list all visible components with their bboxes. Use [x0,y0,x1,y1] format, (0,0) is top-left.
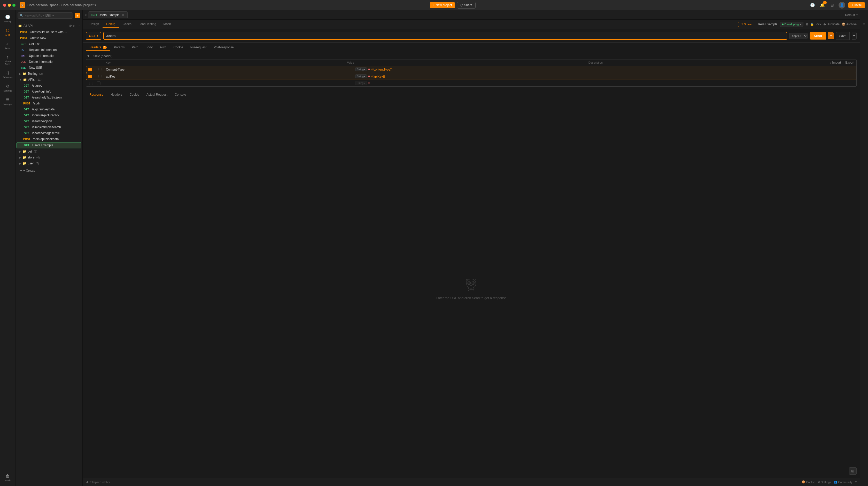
protocol-select[interactable]: http/1.1 [789,33,808,39]
close-button[interactable] [3,4,6,7]
list-item[interactable]: GET /simple/simplesearch [17,124,82,130]
tab-design[interactable]: Design [86,21,102,28]
row-checkbox[interactable]: ✓ [88,68,92,72]
folder-store[interactable]: ▶ 📁 store (4) [17,154,82,160]
collapse-sidebar-button[interactable]: ◀ Collapse Sidebar [86,480,110,484]
section-action-sync[interactable]: ⟳ [69,24,72,28]
tab-body[interactable]: Body [142,44,156,51]
url-input[interactable] [103,32,787,40]
public-header-toggle[interactable]: ▼ Public (header) [86,53,857,59]
tab-debug[interactable]: Debug [102,21,119,28]
share-api-button[interactable]: ⬆ Share [738,22,754,27]
method-selector[interactable]: GET ▾ [86,32,101,40]
list-item[interactable]: GET /search/dyTabStr.json [17,95,82,100]
section-action-more[interactable]: ⋯ [76,24,80,28]
list-item[interactable]: GET /aigc/surveydata [17,107,82,112]
tab-response-headers[interactable]: Headers [107,91,126,98]
layout-button[interactable]: ⊞ [829,2,835,8]
type-selector[interactable]: String ▾ [355,75,367,78]
sidebar-item-apis[interactable]: ⬡ APIs [1,26,14,38]
tab-cookie[interactable]: Cookie [170,44,187,51]
drag-handle[interactable]: ⋮⋮ [97,68,105,72]
list-item[interactable]: GET /counter/pictureclick [17,112,82,118]
env-selector[interactable]: Developing ▾ [780,22,803,27]
sidebar-item-history[interactable]: 🕐 History [1,12,14,25]
list-item[interactable]: POST Creates list of users with ... [17,29,82,35]
cookie-button[interactable]: 🍪 Cookie [802,480,815,484]
folder-apis[interactable]: ▼ 📁 APIs (11) [17,77,82,83]
maximize-button[interactable] [12,4,16,7]
value-field[interactable]: {{apiKey}} [371,75,385,78]
clock-icon-button[interactable]: 🕐 [809,2,816,8]
type-selector[interactable]: String ▾ [355,81,367,85]
add-button[interactable]: + [75,13,80,18]
tab-path[interactable]: Path [128,44,142,51]
invite-button[interactable]: + Invite [848,2,865,8]
tab-nav-forward[interactable]: › [86,13,87,17]
row-checkbox-empty[interactable] [97,81,100,85]
archive-button[interactable]: 📦 Archive [842,23,857,26]
sidebar-item-trash[interactable]: 🗑 Trash [1,472,14,484]
sidebar-item-tests[interactable]: ✓ Tests [1,39,14,52]
list-item[interactable]: SSE New SSE [17,65,82,70]
key-field[interactable]: apiKey [106,75,354,78]
list-item[interactable]: POST /abdr [17,101,82,106]
tab-pre-request[interactable]: Pre-request [187,44,210,51]
avatar[interactable]: 👤 [839,2,845,8]
row-checkbox[interactable]: ✓ [88,75,92,78]
tab-mock[interactable]: Mock [160,21,175,28]
tab-auth[interactable]: Auth [156,44,170,51]
tab-nav-back[interactable]: ‹ [85,13,86,17]
folder-user[interactable]: ▶ 📁 user (7) [17,161,82,166]
community-button[interactable]: 👥 Community [834,480,852,484]
tab-users-example[interactable]: GET Users Example ✕ [88,11,128,18]
list-item[interactable]: POST Create New [17,35,82,41]
columns-button[interactable]: ⊞ [805,23,808,26]
send-caret-button[interactable]: ▾ [828,32,834,39]
list-item-users-example[interactable]: GET Users Example [17,142,82,148]
tab-load-testing[interactable]: Load Testing [135,21,160,28]
folder-testing[interactable]: ▶ 📁 Testing (2) [17,71,82,77]
create-button[interactable]: + + Create [18,167,80,174]
sidebar-item-share-docs[interactable]: ↑ Share Docs [1,53,14,67]
duplicate-button[interactable]: ⊕ Duplicate [823,23,840,26]
tab-post-response[interactable]: Post-response [210,44,237,51]
save-button[interactable]: Save [836,32,850,40]
list-item[interactable]: PAT Update Information [17,53,82,59]
section-action-diamond[interactable]: ◇ [73,24,75,28]
tab-actual-request[interactable]: Actual Request [143,91,171,98]
drag-handle[interactable]: ⋮⋮ [97,75,105,78]
minimize-button[interactable] [8,4,11,7]
grid-view-button[interactable]: ⊞ [849,467,857,475]
key-field[interactable]: Content-Type [106,68,354,72]
export-button[interactable]: ↑ Export [843,61,854,64]
share-top-button[interactable]: ⬡ Share [457,2,475,8]
save-caret-button[interactable]: ▾ [852,32,857,39]
tab-response-cookie[interactable]: Cookie [126,91,143,98]
search-box[interactable]: 🔍 Keyword/URL • All ▾ [18,12,73,19]
list-item[interactable]: DEL Delete Information [17,59,82,65]
sidebar-item-schemas[interactable]: {} Schemas [1,68,14,81]
folder-pet[interactable]: ▶ 📁 pet (9) [17,149,82,154]
tab-response[interactable]: Response [86,91,107,98]
list-item[interactable]: GET /user/logininfo [17,89,82,94]
list-item[interactable]: GET Get List [17,41,82,47]
help-button[interactable]: ? [855,481,857,484]
send-button[interactable]: Send [810,32,826,39]
right-panel-btn-2[interactable]: ≡ [861,20,867,27]
tab-cases[interactable]: Cases [119,21,135,28]
sidebar-item-settings[interactable]: ⚙ Settings [1,82,14,94]
list-item[interactable]: GET /search/acjson [17,118,82,124]
breadcrumb-project[interactable]: Cora personal project ▾ [61,3,96,7]
import-button[interactable]: ↓ Import [830,61,841,64]
list-item[interactable]: GET /sugrec [17,83,82,88]
value-field[interactable]: {{contentType}} [371,68,392,72]
settings-bottom-button[interactable]: ⚙ Settings [817,480,831,484]
tab-more-button[interactable]: ⋯ [130,13,134,17]
tab-console[interactable]: Console [171,91,190,98]
tab-add-button[interactable]: + [128,13,130,17]
list-item[interactable]: PUT Replace Information [17,47,82,53]
lock-button[interactable]: 🔒 Lock [810,23,821,26]
tab-params[interactable]: Params [110,44,128,51]
right-panel-btn-1[interactable]: ⊡ [861,12,867,19]
